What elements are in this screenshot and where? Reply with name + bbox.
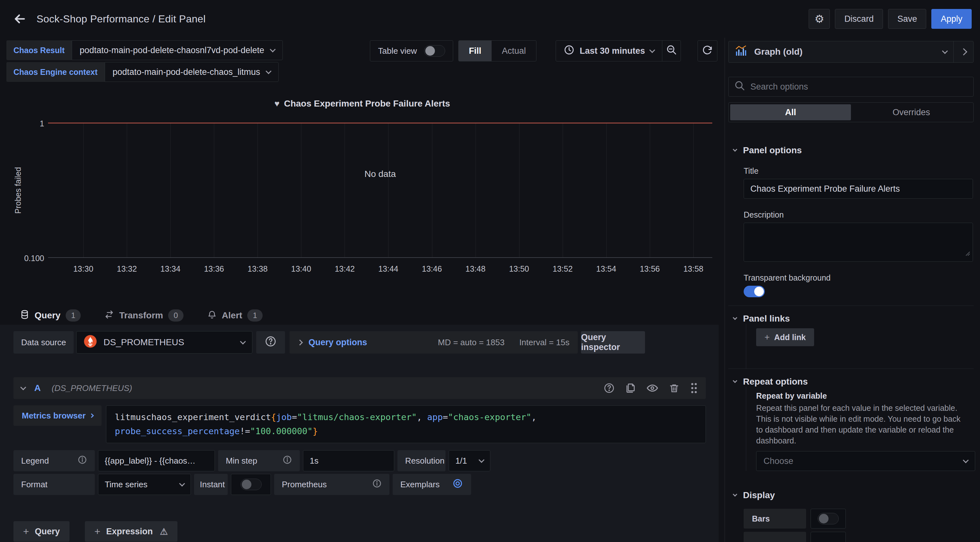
options-sidebar: Graph (old) All Overrides Panel options … xyxy=(724,38,980,542)
gridline xyxy=(650,123,650,257)
description-textarea[interactable] xyxy=(744,223,973,262)
display-option-label xyxy=(744,532,806,542)
query-options-bar[interactable]: Query options MD = auto = 1853 Interval … xyxy=(290,331,578,353)
datasource-help-button[interactable] xyxy=(256,331,285,353)
bars-toggle[interactable] xyxy=(818,513,839,525)
tab-overrides[interactable]: Overrides xyxy=(851,104,972,120)
tab-query[interactable]: Query 1 xyxy=(13,306,88,325)
promql-token: job xyxy=(276,412,292,422)
time-range-picker[interactable]: Last 30 minutes xyxy=(556,41,662,61)
exemplars-toggle-icon[interactable] xyxy=(452,478,463,491)
display-header[interactable]: Display xyxy=(728,490,974,501)
table-view-toggle[interactable] xyxy=(424,45,445,57)
query-expression-row: Metrics browser litmuschaos_experiment_v… xyxy=(13,406,706,443)
duplicate-query-icon[interactable] xyxy=(625,383,636,393)
panel-toolbar: Table view Fill Actual Last 30 minutes xyxy=(370,40,718,62)
metrics-browser-button[interactable]: Metrics browser xyxy=(13,406,102,426)
panel-header: ♥Chaos Experiment Probe Failure Alerts xyxy=(0,98,724,109)
panel-options-header[interactable]: Panel options xyxy=(728,145,974,155)
chevron-right-icon xyxy=(89,414,94,418)
query-row-header[interactable]: A (DS_PROMETHEUS) xyxy=(13,377,706,399)
panel-title-text: Chaos Experiment Probe Failure Alerts xyxy=(284,98,450,108)
y-axis-label: Probes failed xyxy=(13,167,23,214)
format-dropdown[interactable]: Time series xyxy=(98,474,191,495)
gridline xyxy=(170,123,171,257)
add-expression-button[interactable]: + Expression ⚠ xyxy=(85,521,177,542)
promql-token: probe_success_percentage xyxy=(115,426,240,436)
add-link-label: Add link xyxy=(774,333,806,342)
promql-token: { xyxy=(271,412,276,422)
repeat-variable-select[interactable]: Choose xyxy=(756,451,975,471)
legend-input-wrap xyxy=(98,450,215,471)
prometheus-type-field: Prometheus xyxy=(274,474,390,495)
tab-label: Query xyxy=(35,311,60,320)
tab-alert[interactable]: Alert 1 xyxy=(200,306,270,325)
resolution-dropdown[interactable]: 1/1 xyxy=(449,450,490,471)
toggle-visibility-icon[interactable] xyxy=(646,382,659,394)
apply-button[interactable]: Apply xyxy=(931,9,972,29)
metrics-browser-label: Metrics browser xyxy=(22,411,86,421)
min-step-input[interactable] xyxy=(310,456,388,466)
fill-button[interactable]: Fill xyxy=(459,41,492,61)
clock-icon xyxy=(564,44,574,58)
section-heading: Display xyxy=(743,490,775,501)
prometheus-icon xyxy=(84,335,97,350)
x-tick-label: 13:36 xyxy=(204,262,224,276)
panel-links-header[interactable]: Panel links xyxy=(728,314,974,324)
legend-input[interactable] xyxy=(105,456,208,466)
refresh-button[interactable] xyxy=(698,40,718,62)
tab-transform[interactable]: Transform 0 xyxy=(97,306,190,325)
promql-token: = xyxy=(443,412,448,422)
exemplars-label: Exemplars xyxy=(400,480,440,490)
back-arrow-icon[interactable] xyxy=(8,7,31,30)
refresh-icon xyxy=(702,44,713,58)
actual-button[interactable]: Actual xyxy=(492,41,536,61)
zoom-out-button[interactable] xyxy=(662,41,681,61)
variable-value-dropdown[interactable]: podtato-main-pod-delete-chaos_litmus xyxy=(105,62,279,82)
options-search-input[interactable] xyxy=(750,82,967,92)
bars-toggle-frame xyxy=(811,509,846,529)
resize-handle-icon[interactable] xyxy=(965,249,971,259)
display-option-row-partial xyxy=(744,532,974,542)
collapse-chevron-icon[interactable] xyxy=(20,384,26,390)
tab-all[interactable]: All xyxy=(730,104,851,120)
repeat-options-header[interactable]: Repeat options xyxy=(728,377,974,387)
delete-query-icon[interactable] xyxy=(669,383,679,393)
x-tick-label: 13:30 xyxy=(73,262,94,276)
gridline xyxy=(127,123,127,257)
variable-label: Chaos Result xyxy=(6,40,72,60)
discard-button[interactable]: Discard xyxy=(835,9,883,29)
drag-handle-icon[interactable] xyxy=(690,382,698,394)
datasource-name: DS_PROMETHEUS xyxy=(103,337,184,347)
panel-title-input[interactable] xyxy=(744,179,973,199)
tab-label: Transform xyxy=(119,311,163,320)
save-button[interactable]: Save xyxy=(888,9,926,29)
transparent-background-toggle[interactable] xyxy=(744,286,765,297)
query-options-row-1: Legend Min step Resolution 1/1 xyxy=(13,450,706,471)
query-help-icon[interactable] xyxy=(603,382,615,394)
toggle-options-pane-button[interactable] xyxy=(953,41,973,62)
chevron-right-icon xyxy=(960,48,967,55)
page-title: Sock-Shop Performance / Edit Panel xyxy=(37,13,205,25)
add-query-button[interactable]: + Query xyxy=(13,521,70,542)
options-search xyxy=(728,77,974,97)
promql-token: litmuschaos_experiment_verdict xyxy=(115,412,271,422)
datasource-picker[interactable]: DS_PROMETHEUS xyxy=(76,331,252,353)
promql-editor[interactable]: litmuschaos_experiment_verdict{job="litm… xyxy=(106,406,706,443)
add-link-button[interactable]: + Add link xyxy=(756,328,814,346)
chevron-down-icon xyxy=(479,457,484,463)
gridline xyxy=(476,123,476,257)
panel-settings-button[interactable]: ⚙ xyxy=(809,9,830,29)
variable-value-dropdown[interactable]: podtato-main-pod-delete-chaosnl7vd-pod-d… xyxy=(72,40,283,60)
instant-toggle[interactable] xyxy=(240,479,262,490)
visualization-dropdown[interactable]: Graph (old) xyxy=(729,45,953,59)
database-icon xyxy=(20,310,29,322)
time-range-control: Last 30 minutes xyxy=(556,40,681,62)
min-step-label: Min step xyxy=(226,456,257,466)
bell-icon xyxy=(207,310,217,322)
variable-value-text: podtato-main-pod-delete-chaos_litmus xyxy=(113,67,260,77)
promql-token: != xyxy=(240,426,250,436)
query-inspector-button[interactable]: Query inspector xyxy=(581,331,645,353)
variable-value-text: podtato-main-pod-delete-chaosnl7vd-pod-d… xyxy=(80,46,264,55)
help-circle-icon xyxy=(264,335,277,350)
